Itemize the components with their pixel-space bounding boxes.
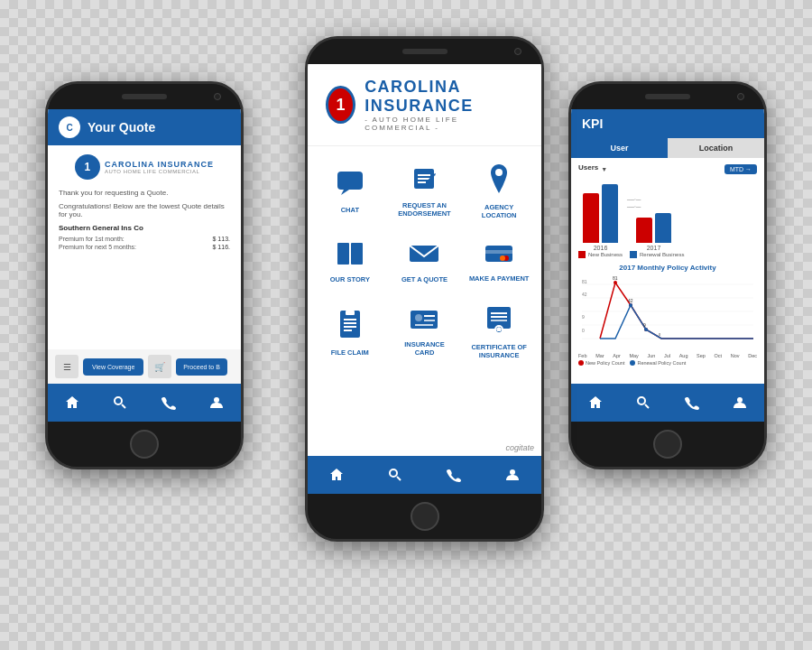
svg-point-50 xyxy=(629,303,632,307)
line-legend-renewal: Renewal Policy Count xyxy=(630,360,686,366)
phone-screen-left: C Your Quote 1 CAROLINA INSURANCE AUTO H… xyxy=(48,109,241,422)
card-icon xyxy=(410,309,438,336)
menu-request[interactable]: REQUEST AN ENDORSEMENT xyxy=(390,155,460,228)
svg-text:0: 0 xyxy=(582,328,585,333)
menu-quote[interactable]: GET A QUOTE xyxy=(390,233,460,292)
bar-pair-2016 xyxy=(583,184,618,243)
phone-camera-left xyxy=(214,93,221,100)
svg-text:81: 81 xyxy=(613,275,618,281)
svg-text:42: 42 xyxy=(628,298,633,303)
kpi-content: Users ▼ MTD → 2016 xyxy=(571,158,764,384)
phone-camera-center xyxy=(514,48,521,55)
quote-company: Southern General Ins Co xyxy=(59,224,230,232)
nav-search-right[interactable] xyxy=(630,389,657,416)
center-menu: CHAT REQUEST AN ENDORSEM xyxy=(308,146,541,440)
phone-speaker-center xyxy=(402,49,448,54)
carolina-brand-center: CAROLINA INSURANCE xyxy=(364,78,523,116)
menu-story[interactable]: OUR STORY xyxy=(315,233,385,292)
list-button[interactable]: ☰ xyxy=(55,355,78,378)
cogitate-footer: cogitate xyxy=(308,440,541,456)
quote-row-1st: Premium for 1st month: $ 113. xyxy=(59,236,230,242)
bar-label-2017-1: ___.__ xyxy=(627,195,641,200)
quote-congrats: Congratulations! Below are the lowest Qu… xyxy=(59,202,230,218)
proceed-button[interactable]: Proceed to B xyxy=(176,358,226,376)
svg-point-25 xyxy=(415,314,422,321)
line-chart-svg: 81 42 9 0 xyxy=(578,275,757,348)
bar-new-2016 xyxy=(583,193,599,243)
nav-phone-left[interactable] xyxy=(155,389,182,416)
menu-story-label: OUR STORY xyxy=(330,275,370,283)
nav-user-center[interactable] xyxy=(499,461,526,488)
kpi-bar-chart: 2016 ___.__ ___.__ 2017 xyxy=(578,179,757,251)
mtd-button[interactable]: MTD → xyxy=(724,164,757,174)
menu-request-label: REQUEST AN ENDORSEMENT xyxy=(394,201,456,218)
kpi-header: KPI xyxy=(571,109,764,138)
view-coverage-button[interactable]: View Coverage xyxy=(83,358,143,376)
phone-home-btn-left[interactable] xyxy=(130,430,159,459)
nav-search-left[interactable] xyxy=(106,389,134,416)
chat-icon xyxy=(337,171,364,201)
carolina-tagline-center: - AUTO HOME LIFE COMMERCIAL - xyxy=(364,116,523,132)
menu-payment[interactable]: MAKE A PAYMENT xyxy=(464,233,534,292)
svg-text:0: 0 xyxy=(659,332,661,337)
line-dot-renewal xyxy=(630,360,635,366)
menu-chat[interactable]: CHAT xyxy=(315,155,385,228)
phone-home-btn-right[interactable] xyxy=(653,430,682,459)
cart-button[interactable]: 🛒 xyxy=(148,355,171,378)
nav-user-right[interactable] xyxy=(726,389,753,416)
quote-icon xyxy=(410,242,438,271)
quote-thank-you: Thank you for requesting a Quote. xyxy=(59,189,230,197)
menu-location-label: AGENCY LOCATION xyxy=(468,203,530,219)
line-dot-new xyxy=(578,360,584,366)
phone-screen-right: KPI User Location Users ▼ MTD → xyxy=(571,109,764,422)
tab-location[interactable]: Location xyxy=(668,138,764,158)
carolina-brand-left: CAROLINA INSURANCE xyxy=(105,160,214,169)
menu-cert[interactable]: CERTIFICATE OF INSURANCE xyxy=(464,297,534,368)
nav-home-center[interactable] xyxy=(323,461,350,488)
menu-claim[interactable]: FILE CLAIM xyxy=(315,297,385,368)
phone-speaker-right xyxy=(645,94,690,99)
svg-point-37 xyxy=(510,469,515,475)
tab-user[interactable]: User xyxy=(571,138,668,158)
menu-payment-label: MAKE A PAYMENT xyxy=(469,274,530,283)
phone-home-btn-center[interactable] xyxy=(411,502,439,531)
svg-marker-4 xyxy=(341,190,349,195)
nav-phone-right[interactable] xyxy=(678,389,706,416)
svg-point-2 xyxy=(214,397,219,403)
phone-bottom-center xyxy=(308,494,541,539)
bar-renewal-2016 xyxy=(602,184,618,243)
nav-home-right[interactable] xyxy=(582,389,609,416)
phone-speaker-left xyxy=(122,94,167,99)
menu-quote-label: GET A QUOTE xyxy=(401,275,448,283)
svg-rect-3 xyxy=(337,172,363,190)
premium-1st-label: Premium for 1st month: xyxy=(59,236,125,242)
nav-search-center[interactable] xyxy=(382,461,409,488)
request-icon xyxy=(411,166,437,197)
users-dropdown-arrow: ▼ xyxy=(601,166,607,172)
location-icon xyxy=(488,164,510,199)
bar-renewal-2017 xyxy=(655,213,671,243)
phone-screen-center: 1 CAROLINA INSURANCE - AUTO HOME LIFE CO… xyxy=(308,64,541,494)
phone-top-bar-center xyxy=(308,39,541,64)
bar-year-2017: 2017 xyxy=(647,245,661,251)
menu-location[interactable]: AGENCY LOCATION xyxy=(464,155,534,228)
line-chart-x-labels: Feb Mar Apr May Jun Jul Aug Sep Oct Nov … xyxy=(578,353,757,358)
line-legend-new: New Policy Count xyxy=(578,360,624,366)
menu-card-label: INSURANCE CARD xyxy=(394,340,456,357)
menu-card[interactable]: INSURANCE CARD xyxy=(390,297,460,368)
carolina-logo-center: 1 CAROLINA INSURANCE - AUTO HOME LIFE CO… xyxy=(326,78,523,132)
phone-camera-right xyxy=(737,93,744,100)
bar-label-2017-2: ___.__ xyxy=(627,202,641,208)
users-section-title: Users xyxy=(578,163,598,172)
nav-user-left[interactable] xyxy=(203,389,230,416)
center-header: 1 CAROLINA INSURANCE - AUTO HOME LIFE CO… xyxy=(308,64,541,146)
bar-chart-legend: New Business Renewal Business xyxy=(578,251,757,258)
premium-next-label: Premium for next 5 months: xyxy=(59,244,136,250)
svg-text:42: 42 xyxy=(582,292,587,297)
svg-point-11 xyxy=(495,169,503,176)
nav-phone-center[interactable] xyxy=(440,461,467,488)
nav-home-left[interactable] xyxy=(59,389,86,416)
svg-line-57 xyxy=(645,404,649,408)
svg-point-17 xyxy=(500,255,505,261)
menu-cert-label: CERTIFICATE OF INSURANCE xyxy=(468,343,530,359)
